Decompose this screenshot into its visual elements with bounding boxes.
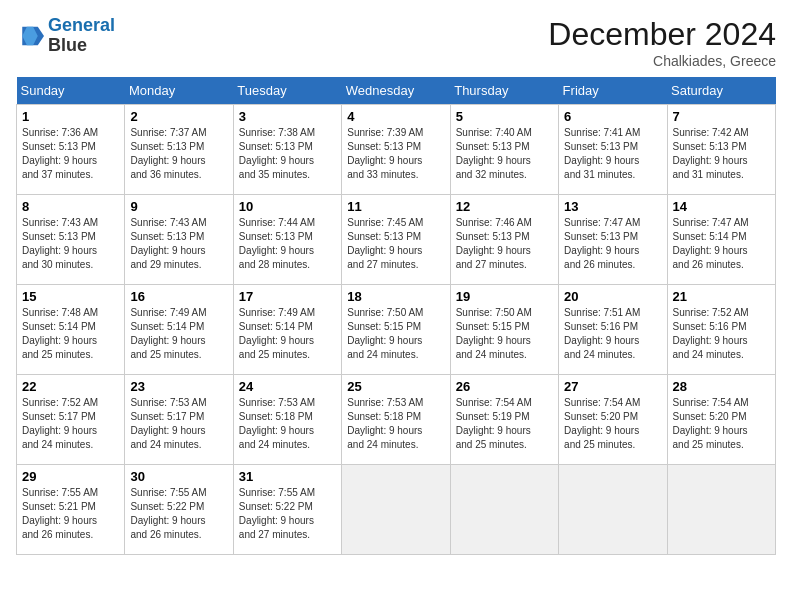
day-number: 6 xyxy=(564,109,661,124)
calendar-cell: 26Sunrise: 7:54 AM Sunset: 5:19 PM Dayli… xyxy=(450,375,558,465)
day-info: Sunrise: 7:47 AM Sunset: 5:13 PM Dayligh… xyxy=(564,216,661,272)
day-number: 17 xyxy=(239,289,336,304)
day-info: Sunrise: 7:39 AM Sunset: 5:13 PM Dayligh… xyxy=(347,126,444,182)
day-number: 4 xyxy=(347,109,444,124)
day-number: 3 xyxy=(239,109,336,124)
calendar-cell xyxy=(559,465,667,555)
calendar-cell: 24Sunrise: 7:53 AM Sunset: 5:18 PM Dayli… xyxy=(233,375,341,465)
calendar-week-row: 15Sunrise: 7:48 AM Sunset: 5:14 PM Dayli… xyxy=(17,285,776,375)
page-header: GeneralBlue December 2024 Chalkiades, Gr… xyxy=(16,16,776,69)
day-info: Sunrise: 7:53 AM Sunset: 5:17 PM Dayligh… xyxy=(130,396,227,452)
calendar-cell: 4Sunrise: 7:39 AM Sunset: 5:13 PM Daylig… xyxy=(342,105,450,195)
calendar-cell: 8Sunrise: 7:43 AM Sunset: 5:13 PM Daylig… xyxy=(17,195,125,285)
calendar-cell: 13Sunrise: 7:47 AM Sunset: 5:13 PM Dayli… xyxy=(559,195,667,285)
day-number: 22 xyxy=(22,379,119,394)
calendar-cell: 14Sunrise: 7:47 AM Sunset: 5:14 PM Dayli… xyxy=(667,195,775,285)
calendar-cell: 2Sunrise: 7:37 AM Sunset: 5:13 PM Daylig… xyxy=(125,105,233,195)
day-info: Sunrise: 7:50 AM Sunset: 5:15 PM Dayligh… xyxy=(347,306,444,362)
day-number: 7 xyxy=(673,109,770,124)
calendar-cell: 15Sunrise: 7:48 AM Sunset: 5:14 PM Dayli… xyxy=(17,285,125,375)
day-info: Sunrise: 7:42 AM Sunset: 5:13 PM Dayligh… xyxy=(673,126,770,182)
dow-header: Sunday xyxy=(17,77,125,105)
day-info: Sunrise: 7:49 AM Sunset: 5:14 PM Dayligh… xyxy=(239,306,336,362)
day-number: 2 xyxy=(130,109,227,124)
month-title: December 2024 xyxy=(548,16,776,53)
dow-header: Tuesday xyxy=(233,77,341,105)
day-info: Sunrise: 7:38 AM Sunset: 5:13 PM Dayligh… xyxy=(239,126,336,182)
calendar-cell: 21Sunrise: 7:52 AM Sunset: 5:16 PM Dayli… xyxy=(667,285,775,375)
day-info: Sunrise: 7:50 AM Sunset: 5:15 PM Dayligh… xyxy=(456,306,553,362)
day-number: 18 xyxy=(347,289,444,304)
dow-header: Wednesday xyxy=(342,77,450,105)
day-info: Sunrise: 7:46 AM Sunset: 5:13 PM Dayligh… xyxy=(456,216,553,272)
day-info: Sunrise: 7:53 AM Sunset: 5:18 PM Dayligh… xyxy=(347,396,444,452)
calendar-cell: 25Sunrise: 7:53 AM Sunset: 5:18 PM Dayli… xyxy=(342,375,450,465)
calendar-cell: 1Sunrise: 7:36 AM Sunset: 5:13 PM Daylig… xyxy=(17,105,125,195)
day-number: 31 xyxy=(239,469,336,484)
calendar-cell: 22Sunrise: 7:52 AM Sunset: 5:17 PM Dayli… xyxy=(17,375,125,465)
calendar-cell xyxy=(342,465,450,555)
day-info: Sunrise: 7:36 AM Sunset: 5:13 PM Dayligh… xyxy=(22,126,119,182)
day-number: 20 xyxy=(564,289,661,304)
day-number: 10 xyxy=(239,199,336,214)
calendar-cell: 11Sunrise: 7:45 AM Sunset: 5:13 PM Dayli… xyxy=(342,195,450,285)
day-info: Sunrise: 7:44 AM Sunset: 5:13 PM Dayligh… xyxy=(239,216,336,272)
calendar-cell: 3Sunrise: 7:38 AM Sunset: 5:13 PM Daylig… xyxy=(233,105,341,195)
calendar-cell: 10Sunrise: 7:44 AM Sunset: 5:13 PM Dayli… xyxy=(233,195,341,285)
calendar-cell: 5Sunrise: 7:40 AM Sunset: 5:13 PM Daylig… xyxy=(450,105,558,195)
day-number: 24 xyxy=(239,379,336,394)
calendar-week-row: 1Sunrise: 7:36 AM Sunset: 5:13 PM Daylig… xyxy=(17,105,776,195)
calendar-cell xyxy=(450,465,558,555)
calendar-cell: 23Sunrise: 7:53 AM Sunset: 5:17 PM Dayli… xyxy=(125,375,233,465)
dow-header: Saturday xyxy=(667,77,775,105)
day-number: 8 xyxy=(22,199,119,214)
day-info: Sunrise: 7:43 AM Sunset: 5:13 PM Dayligh… xyxy=(22,216,119,272)
subtitle: Chalkiades, Greece xyxy=(548,53,776,69)
day-number: 21 xyxy=(673,289,770,304)
day-info: Sunrise: 7:41 AM Sunset: 5:13 PM Dayligh… xyxy=(564,126,661,182)
day-number: 25 xyxy=(347,379,444,394)
day-info: Sunrise: 7:54 AM Sunset: 5:20 PM Dayligh… xyxy=(564,396,661,452)
day-info: Sunrise: 7:40 AM Sunset: 5:13 PM Dayligh… xyxy=(456,126,553,182)
dow-header: Thursday xyxy=(450,77,558,105)
day-number: 9 xyxy=(130,199,227,214)
day-info: Sunrise: 7:43 AM Sunset: 5:13 PM Dayligh… xyxy=(130,216,227,272)
day-info: Sunrise: 7:52 AM Sunset: 5:16 PM Dayligh… xyxy=(673,306,770,362)
calendar-cell: 6Sunrise: 7:41 AM Sunset: 5:13 PM Daylig… xyxy=(559,105,667,195)
day-number: 14 xyxy=(673,199,770,214)
calendar-cell: 16Sunrise: 7:49 AM Sunset: 5:14 PM Dayli… xyxy=(125,285,233,375)
day-info: Sunrise: 7:55 AM Sunset: 5:22 PM Dayligh… xyxy=(239,486,336,542)
day-number: 26 xyxy=(456,379,553,394)
dow-header: Monday xyxy=(125,77,233,105)
day-info: Sunrise: 7:49 AM Sunset: 5:14 PM Dayligh… xyxy=(130,306,227,362)
day-number: 23 xyxy=(130,379,227,394)
calendar-body: 1Sunrise: 7:36 AM Sunset: 5:13 PM Daylig… xyxy=(17,105,776,555)
day-info: Sunrise: 7:55 AM Sunset: 5:22 PM Dayligh… xyxy=(130,486,227,542)
calendar-cell: 18Sunrise: 7:50 AM Sunset: 5:15 PM Dayli… xyxy=(342,285,450,375)
calendar-table: SundayMondayTuesdayWednesdayThursdayFrid… xyxy=(16,77,776,555)
day-info: Sunrise: 7:53 AM Sunset: 5:18 PM Dayligh… xyxy=(239,396,336,452)
calendar-cell: 28Sunrise: 7:54 AM Sunset: 5:20 PM Dayli… xyxy=(667,375,775,465)
day-info: Sunrise: 7:52 AM Sunset: 5:17 PM Dayligh… xyxy=(22,396,119,452)
calendar-week-row: 29Sunrise: 7:55 AM Sunset: 5:21 PM Dayli… xyxy=(17,465,776,555)
day-number: 19 xyxy=(456,289,553,304)
day-number: 11 xyxy=(347,199,444,214)
calendar-cell xyxy=(667,465,775,555)
day-number: 1 xyxy=(22,109,119,124)
calendar-cell: 20Sunrise: 7:51 AM Sunset: 5:16 PM Dayli… xyxy=(559,285,667,375)
logo: GeneralBlue xyxy=(16,16,115,56)
calendar-cell: 30Sunrise: 7:55 AM Sunset: 5:22 PM Dayli… xyxy=(125,465,233,555)
day-number: 12 xyxy=(456,199,553,214)
dow-header: Friday xyxy=(559,77,667,105)
day-info: Sunrise: 7:55 AM Sunset: 5:21 PM Dayligh… xyxy=(22,486,119,542)
logo-text: GeneralBlue xyxy=(48,16,115,56)
calendar-cell: 7Sunrise: 7:42 AM Sunset: 5:13 PM Daylig… xyxy=(667,105,775,195)
day-info: Sunrise: 7:54 AM Sunset: 5:20 PM Dayligh… xyxy=(673,396,770,452)
calendar-cell: 19Sunrise: 7:50 AM Sunset: 5:15 PM Dayli… xyxy=(450,285,558,375)
calendar-week-row: 8Sunrise: 7:43 AM Sunset: 5:13 PM Daylig… xyxy=(17,195,776,285)
day-info: Sunrise: 7:51 AM Sunset: 5:16 PM Dayligh… xyxy=(564,306,661,362)
logo-icon xyxy=(16,22,44,50)
calendar-cell: 9Sunrise: 7:43 AM Sunset: 5:13 PM Daylig… xyxy=(125,195,233,285)
calendar-cell: 12Sunrise: 7:46 AM Sunset: 5:13 PM Dayli… xyxy=(450,195,558,285)
day-info: Sunrise: 7:45 AM Sunset: 5:13 PM Dayligh… xyxy=(347,216,444,272)
